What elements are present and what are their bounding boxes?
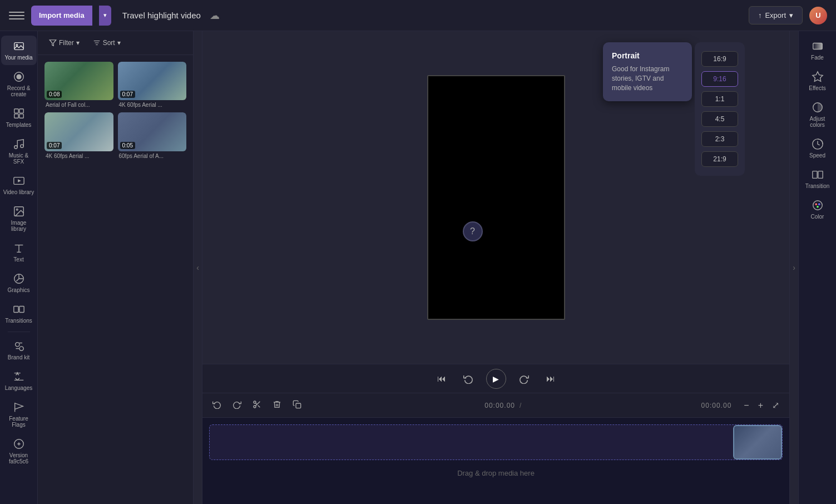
sidebar-label-templates: Templates <box>6 122 32 128</box>
sidebar-item-your-media[interactable]: Your media <box>1 36 37 65</box>
sidebar-label-music-sfx: Music & SFX <box>3 152 34 165</box>
sidebar-item-feature-flags[interactable]: Feature Flags <box>1 397 37 432</box>
sidebar-item-graphics[interactable]: Graphics <box>1 268 37 298</box>
aspect-ratio-4x5[interactable]: 4:5 <box>701 111 738 127</box>
your-media-icon <box>13 40 25 52</box>
languages-icon <box>13 370 25 383</box>
import-media-dropdown-button[interactable]: ▾ <box>99 6 111 26</box>
thumb-label-3: 4K 60fps Aerial ... <box>44 153 113 159</box>
media-panel: Filter ▾ Sort ▾ 0:08 Aerial of Fall col.… <box>38 31 194 504</box>
import-media-button[interactable]: Import media <box>31 6 92 26</box>
sidebar-label-languages: Languages <box>5 385 33 391</box>
svg-point-27 <box>254 406 256 408</box>
undo-button[interactable] <box>209 398 225 413</box>
copy-button[interactable] <box>289 398 305 413</box>
cut-button[interactable] <box>249 398 265 413</box>
zoom-out-button[interactable]: − <box>740 399 752 412</box>
hamburger-menu[interactable] <box>9 8 24 23</box>
svg-point-9 <box>20 145 23 148</box>
redo-icon <box>233 400 241 409</box>
zoom-in-button[interactable]: + <box>755 399 766 412</box>
timeline-current-time: 00:00.00 <box>484 402 515 409</box>
svg-point-21 <box>19 347 23 350</box>
fit-to-window-button[interactable]: ⤢ <box>769 399 783 412</box>
undo-icon <box>212 400 221 409</box>
media-panel-collapse-handle[interactable]: ‹ <box>194 31 202 504</box>
sidebar-item-video-library[interactable]: Video library <box>1 170 37 200</box>
right-panel-label-speed: Speed <box>809 152 825 159</box>
media-thumbnail-3[interactable]: 0:07 4K 60fps Aerial ... <box>44 112 113 159</box>
timeline-toolbar: 00:00.00 / 00:00.00 − + ⤢ <box>202 393 789 418</box>
right-panel-collapse-handle[interactable]: › <box>789 31 798 504</box>
right-panel-item-speed[interactable]: Speed <box>801 134 834 163</box>
sidebar-item-templates[interactable]: Templates <box>1 103 37 132</box>
color-icon <box>812 199 824 211</box>
right-panel-label-fade: Fade <box>811 55 824 61</box>
delete-button[interactable] <box>269 398 285 413</box>
filter-button[interactable]: Filter ▾ <box>44 37 84 49</box>
sidebar-item-text[interactable]: Text <box>1 238 37 267</box>
svg-point-41 <box>817 206 819 208</box>
svg-rect-18 <box>13 307 18 313</box>
right-panel-item-adjust-colors[interactable]: Adjust colors <box>801 97 834 132</box>
portrait-tooltip-description: Good for Instagram stories, IGTV and mob… <box>612 65 683 92</box>
svg-rect-31 <box>296 403 301 408</box>
timeline-content: Drag & drop media here <box>202 418 789 504</box>
transitions-icon <box>13 303 25 315</box>
media-thumbnail-4[interactable]: 0:05 60fps Aerial of A... <box>118 112 187 159</box>
skip-to-end-button[interactable]: ⏭ <box>542 370 560 388</box>
help-button[interactable]: ? <box>463 221 483 241</box>
sort-button[interactable]: Sort ▾ <box>88 37 125 49</box>
aspect-ratio-2x3[interactable]: 2:3 <box>701 131 738 147</box>
cloud-icon: ☁ <box>210 9 220 22</box>
play-button[interactable]: ▶ <box>486 369 506 389</box>
fast-forward-button[interactable] <box>515 370 533 388</box>
media-thumbnail-1[interactable]: 0:08 Aerial of Fall col... <box>44 62 113 108</box>
svg-point-1 <box>16 45 17 46</box>
drag-drop-label: Drag & drop media here <box>209 469 783 477</box>
aspect-ratio-16x9[interactable]: 16:9 <box>701 51 738 67</box>
rewind-button[interactable] <box>459 370 477 388</box>
aspect-ratio-9x16[interactable]: 9:16 <box>701 71 738 87</box>
feature-flags-icon <box>13 401 25 413</box>
sidebar-item-transitions[interactable]: Transitions <box>1 299 37 328</box>
video-library-icon <box>13 175 25 187</box>
aspect-ratio-21x9[interactable]: 21:9 <box>701 151 738 167</box>
skip-to-start-button[interactable]: ⏮ <box>433 370 451 388</box>
speed-icon <box>812 138 824 150</box>
sidebar-item-image-library[interactable]: Image library <box>1 201 37 236</box>
sidebar-item-record-create[interactable]: Record &create <box>1 66 37 102</box>
aspect-ratio-panel: 16:9 9:16 1:1 4:5 2:3 21:9 <box>695 42 745 176</box>
sidebar-item-brand-kit[interactable]: Brand kit <box>1 335 37 365</box>
sidebar-item-version[interactable]: Versionfa9c5c6 <box>1 433 37 469</box>
sidebar-item-music-sfx[interactable]: Music & SFX <box>1 134 37 169</box>
export-button[interactable]: ↑ Export ▾ <box>749 6 803 24</box>
svg-rect-36 <box>812 171 817 179</box>
aspect-ratio-1x1[interactable]: 1:1 <box>701 91 738 107</box>
sidebar-item-languages[interactable]: Languages <box>1 366 37 396</box>
sidebar-label-text: Text <box>13 256 23 263</box>
filter-chevron-icon: ▾ <box>76 39 80 47</box>
svg-rect-37 <box>818 171 822 179</box>
media-panel-header: Filter ▾ Sort ▾ <box>38 31 193 55</box>
media-thumbnail-2[interactable]: 0:07 4K 60fps Aerial ... <box>118 62 187 108</box>
project-title: Travel highlight video <box>122 11 201 20</box>
right-collapse-icon: › <box>793 263 795 272</box>
left-sidebar: Your media Record &create Templates <box>0 31 38 504</box>
right-panel-item-color[interactable]: Color <box>801 195 834 224</box>
right-panel-item-effects[interactable]: Effects <box>801 66 834 96</box>
main-layout: Your media Record &create Templates <box>0 31 836 504</box>
timeline-track[interactable] <box>209 424 783 460</box>
thumb-label-2: 4K 60fps Aerial ... <box>118 102 187 108</box>
redo-button[interactable] <box>229 398 245 413</box>
sidebar-label-image-library: Image library <box>3 220 34 232</box>
right-panel-item-fade[interactable]: Fade <box>801 36 834 65</box>
sort-chevron-icon: ▾ <box>117 39 121 47</box>
svg-line-30 <box>255 403 257 404</box>
adjust-colors-icon <box>812 101 824 113</box>
sort-label: Sort <box>103 39 115 47</box>
svg-point-26 <box>254 401 256 403</box>
video-preview <box>427 75 565 320</box>
right-panel-item-transition[interactable]: Transition <box>801 164 834 194</box>
timeline-clip[interactable] <box>733 425 782 459</box>
